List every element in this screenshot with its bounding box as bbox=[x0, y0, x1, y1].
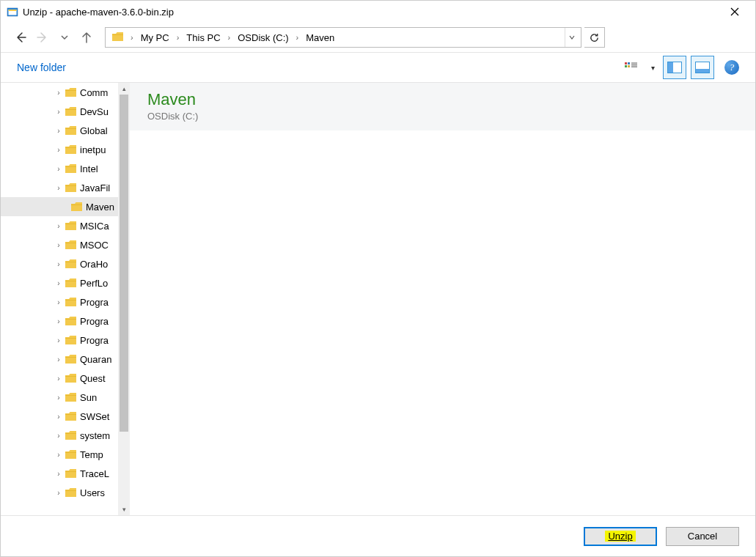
folder-icon bbox=[65, 411, 77, 421]
folder-icon bbox=[65, 240, 77, 250]
tree-item[interactable]: ›Sun bbox=[1, 388, 118, 407]
chevron-right-icon[interactable]: › bbox=[54, 279, 64, 287]
cancel-button[interactable]: Cancel bbox=[666, 527, 739, 546]
breadcrumb-dropdown[interactable] bbox=[565, 28, 578, 47]
chevron-right-icon[interactable]: › bbox=[54, 394, 64, 402]
content-pane[interactable]: Maven OSDisk (C:) bbox=[130, 83, 755, 515]
tree-item-label: system bbox=[80, 430, 110, 441]
tree-item-label: MSICa bbox=[80, 221, 109, 232]
titlebar: Unzip - apache-maven-3.6.0-bin.zip bbox=[1, 1, 755, 23]
app-icon bbox=[7, 6, 18, 18]
chevron-right-icon[interactable]: › bbox=[54, 489, 64, 497]
tree-item[interactable]: ›Intel bbox=[1, 159, 118, 178]
unzip-button[interactable]: Unzip bbox=[584, 527, 657, 546]
tree-item[interactable]: ›Global bbox=[1, 121, 118, 140]
chevron-right-icon[interactable]: › bbox=[54, 317, 64, 325]
chevron-right-icon[interactable]: › bbox=[54, 108, 64, 116]
folder-icon bbox=[65, 163, 77, 174]
chevron-right-icon[interactable]: › bbox=[54, 336, 64, 344]
chevron-right-icon[interactable]: › bbox=[54, 222, 64, 230]
folder-icon bbox=[65, 430, 77, 440]
folder-icon bbox=[65, 392, 77, 402]
chevron-right-icon[interactable]: › bbox=[54, 413, 64, 421]
tree-item[interactable]: ›JavaFil bbox=[1, 178, 118, 197]
tree-item-label: SWSet bbox=[80, 411, 109, 422]
view-options-dropdown[interactable]: ▾ bbox=[647, 56, 658, 78]
breadcrumb-seg[interactable]: Maven bbox=[301, 28, 339, 47]
breadcrumb-seg[interactable]: OSDisk (C:) bbox=[233, 28, 293, 47]
help-button[interactable]: ? bbox=[724, 60, 739, 75]
chevron-right-icon[interactable]: › bbox=[54, 470, 64, 478]
view-options-button[interactable] bbox=[620, 56, 642, 78]
chevron-right-icon[interactable]: › bbox=[54, 355, 64, 364]
recent-dropdown[interactable] bbox=[55, 28, 74, 47]
chevron-right-icon[interactable]: › bbox=[54, 260, 64, 268]
tree-item[interactable]: ›DevSu bbox=[1, 102, 118, 121]
chevron-right-icon[interactable]: › bbox=[54, 89, 64, 97]
chevron-right-icon[interactable]: › bbox=[54, 146, 64, 154]
scroll-up-button[interactable]: ▴ bbox=[118, 83, 130, 95]
tree-item[interactable]: ›TraceL bbox=[1, 464, 118, 483]
chevron-right-icon[interactable]: › bbox=[54, 432, 64, 440]
tree-item[interactable]: ›OraHo bbox=[1, 254, 118, 273]
folder-tree[interactable]: ›Comm›DevSu›Global›inetpu›Intel›JavaFilM… bbox=[1, 83, 130, 515]
folder-icon bbox=[65, 335, 77, 345]
tree-item[interactable]: ›Progra bbox=[1, 331, 118, 350]
scroll-down-button[interactable]: ▾ bbox=[118, 503, 130, 515]
chevron-right-icon[interactable]: › bbox=[54, 298, 64, 306]
chevron-right-icon[interactable]: › bbox=[54, 451, 64, 459]
tree-item[interactable]: ›Users bbox=[1, 483, 118, 502]
tree-item[interactable]: ›Temp bbox=[1, 445, 118, 464]
folder-icon bbox=[65, 278, 77, 288]
tree-item-label: Global bbox=[80, 125, 108, 136]
tree-item-label: MSOC bbox=[80, 240, 109, 251]
chevron-right-icon[interactable]: › bbox=[54, 184, 64, 192]
tree-item[interactable]: ›Quest bbox=[1, 369, 118, 388]
folder-icon bbox=[65, 221, 77, 231]
tree-item[interactable]: ›Progra bbox=[1, 292, 118, 311]
close-button[interactable] bbox=[720, 1, 749, 23]
tree-item-label: Comm bbox=[80, 87, 108, 98]
scroll-track[interactable] bbox=[118, 95, 130, 503]
chevron-right-icon[interactable]: › bbox=[54, 241, 64, 249]
tree-item[interactable]: ›PerfLo bbox=[1, 273, 118, 292]
tree-item[interactable]: ›inetpu bbox=[1, 140, 118, 159]
tree-item[interactable]: ›MSOC bbox=[1, 235, 118, 254]
preview-pane-button[interactable] bbox=[663, 56, 686, 79]
tree-item[interactable]: ›system bbox=[1, 426, 118, 445]
scroll-thumb[interactable] bbox=[120, 95, 128, 432]
folder-icon bbox=[65, 449, 77, 460]
tree-item[interactable]: Maven bbox=[1, 197, 118, 216]
tree-item[interactable]: ›Progra bbox=[1, 311, 118, 331]
svg-rect-7 bbox=[631, 63, 637, 64]
tree-item[interactable]: ›MSICa bbox=[1, 216, 118, 235]
tree-item-label: inetpu bbox=[80, 144, 106, 155]
folder-icon bbox=[65, 316, 77, 326]
chevron-right-icon[interactable]: › bbox=[225, 28, 234, 47]
chevron-right-icon[interactable]: › bbox=[174, 28, 183, 47]
forward-button[interactable] bbox=[33, 28, 52, 47]
new-folder-button[interactable]: New folder bbox=[17, 62, 66, 73]
chevron-right-icon[interactable]: › bbox=[128, 28, 136, 47]
tree-item[interactable]: ›Quaran bbox=[1, 350, 118, 369]
breadcrumb-seg[interactable]: This PC bbox=[182, 28, 224, 47]
breadcrumb[interactable]: › My PC › This PC › OSDisk (C:) › Maven bbox=[105, 27, 581, 48]
tree-item[interactable]: ›SWSet bbox=[1, 407, 118, 426]
chevron-right-icon[interactable]: › bbox=[54, 165, 64, 173]
refresh-button[interactable] bbox=[584, 27, 605, 48]
folder-icon bbox=[71, 202, 83, 212]
chevron-right-icon[interactable]: › bbox=[293, 28, 302, 47]
details-pane-button[interactable] bbox=[691, 56, 714, 79]
folder-icon bbox=[65, 125, 77, 136]
folder-icon bbox=[65, 468, 77, 479]
breadcrumb-seg[interactable]: My PC bbox=[136, 28, 174, 47]
tree-item[interactable]: ›Comm bbox=[1, 83, 118, 102]
command-bar: New folder ▾ ? bbox=[1, 52, 755, 83]
folder-icon bbox=[65, 259, 77, 269]
back-button[interactable] bbox=[11, 28, 30, 47]
folder-icon bbox=[65, 354, 77, 364]
chevron-right-icon[interactable]: › bbox=[54, 375, 64, 383]
tree-scrollbar[interactable]: ▴ ▾ bbox=[118, 83, 130, 515]
up-button[interactable] bbox=[77, 28, 96, 47]
chevron-right-icon[interactable]: › bbox=[54, 127, 64, 135]
